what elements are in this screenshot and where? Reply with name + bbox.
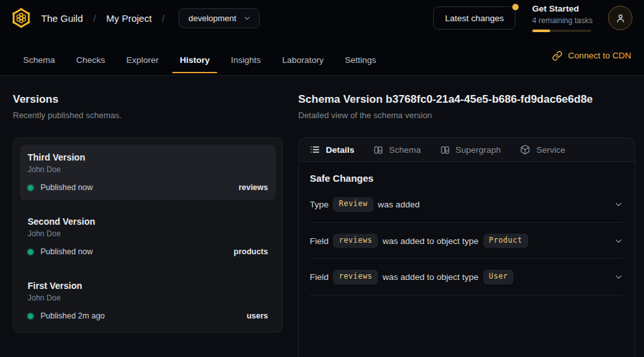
- detail-tab-schema[interactable]: Schema: [373, 145, 421, 155]
- detail-tabbar: DetailsSchemaSupergraphService: [299, 138, 634, 162]
- version-item-service: products: [234, 247, 268, 256]
- change-description: Fieldreviewswas added to object typeProd…: [310, 234, 533, 248]
- detail-tab-label: Service: [536, 145, 565, 155]
- get-started-progress-fill: [532, 30, 550, 32]
- version-item-meta: Published 2m agousers: [28, 311, 268, 320]
- version-item[interactable]: Second VersionJohn DoePublished nowprodu…: [20, 209, 276, 265]
- get-started-subtitle: 4 remaining tasks: [532, 16, 591, 25]
- get-started-widget[interactable]: Get Started 4 remaining tasks: [532, 4, 591, 32]
- code-badge: reviews: [333, 234, 378, 248]
- change-text: was added: [378, 200, 420, 209]
- change-text: Field: [310, 272, 328, 282]
- version-item-service: reviews: [238, 183, 268, 192]
- latest-changes-button[interactable]: Latest changes: [433, 6, 515, 30]
- change-row[interactable]: TypeReviewwas added: [310, 186, 623, 223]
- list-icon: [310, 144, 320, 155]
- code-badge: User: [483, 270, 514, 284]
- published-status-dot: [28, 249, 33, 255]
- detail-tab-label: Schema: [389, 145, 421, 155]
- app-header: The Guild / My Project / development Lat…: [0, 0, 644, 36]
- version-item-author: John Doe: [28, 229, 268, 238]
- code-badge: Product: [483, 234, 528, 248]
- breadcrumb-separator: /: [162, 13, 165, 24]
- connect-cdn-link[interactable]: Connect to CDN: [552, 36, 631, 75]
- cube-icon: [520, 144, 530, 155]
- columns-icon: [440, 145, 450, 155]
- safe-changes-title: Safe Changes: [310, 173, 623, 184]
- version-item-meta: Published nowreviews: [28, 183, 268, 192]
- latest-changes-wrap: Latest changes: [433, 6, 515, 30]
- code-badge: Review: [333, 197, 373, 212]
- detail-tab-label: Details: [326, 145, 354, 155]
- code-badge: reviews: [333, 270, 378, 284]
- change-text: was added to object type: [382, 236, 478, 246]
- tab-laboratory[interactable]: Laboratory: [274, 45, 332, 75]
- get-started-title: Get Started: [532, 4, 591, 15]
- change-text: was added to object type: [382, 272, 478, 282]
- main-content: Versions Recently published schemas. Thi…: [0, 76, 644, 357]
- published-status-dot: [28, 313, 33, 319]
- get-started-progress-track: [532, 30, 591, 32]
- avatar[interactable]: [608, 6, 632, 30]
- columns-icon: [373, 145, 383, 155]
- change-description: Fieldreviewswas added to object typeUser: [310, 270, 518, 284]
- published-status-dot: [28, 185, 33, 191]
- version-detail-panel: Schema Version b3768fc0-21a4-45e5-b686-f…: [298, 93, 635, 357]
- detail-content: Safe Changes TypeReviewwas addedFieldrev…: [299, 162, 634, 306]
- version-item-title: Third Version: [28, 152, 268, 162]
- detail-tab-service[interactable]: Service: [520, 144, 565, 155]
- detail-tab-details[interactable]: Details: [310, 144, 354, 155]
- version-item-published: Published now: [28, 247, 93, 256]
- version-item-service: users: [247, 311, 268, 320]
- version-item[interactable]: Third VersionJohn DoePublished nowreview…: [20, 144, 276, 200]
- detail-tab-supergraph[interactable]: Supergraph: [440, 145, 501, 155]
- chevron-down-icon[interactable]: [614, 236, 623, 246]
- version-item-meta: Published nowproducts: [28, 247, 268, 256]
- change-text: Type: [310, 200, 328, 209]
- tab-checks[interactable]: Checks: [69, 45, 113, 75]
- tab-insights[interactable]: Insights: [223, 45, 269, 75]
- version-detail-title: Schema Version b3768fc0-21a4-45e5-b686-f…: [298, 93, 635, 106]
- breadcrumb-project[interactable]: My Project: [106, 13, 152, 24]
- breadcrumb-separator: /: [93, 13, 96, 24]
- detail-tab-label: Supergraph: [456, 145, 501, 155]
- change-description: TypeReviewwas added: [310, 197, 420, 212]
- change-row[interactable]: Fieldreviewswas added to object typeUser: [310, 259, 623, 295]
- connect-cdn-label: Connect to CDN: [568, 51, 631, 60]
- version-list: Third VersionJohn DoePublished nowreview…: [13, 137, 283, 333]
- changes-list: TypeReviewwas addedFieldreviewswas added…: [310, 186, 623, 295]
- tab-schema[interactable]: Schema: [15, 45, 63, 75]
- environment-select-value: development: [188, 13, 236, 23]
- version-detail-card: DetailsSchemaSupergraphService Safe Chan…: [298, 137, 635, 357]
- version-item-author: John Doe: [28, 293, 268, 302]
- hive-logo-icon[interactable]: [10, 7, 32, 29]
- version-item-author: John Doe: [28, 165, 268, 174]
- chevron-down-icon[interactable]: [614, 272, 623, 282]
- versions-panel: Versions Recently published schemas. Thi…: [13, 93, 283, 357]
- project-nav: SchemaChecksExplorerHistoryInsightsLabor…: [0, 36, 644, 76]
- version-item-published: Published 2m ago: [28, 311, 105, 320]
- published-label: Published now: [40, 247, 93, 256]
- version-item[interactable]: First VersionJohn DoePublished 2m agouse…: [20, 273, 276, 329]
- tab-explorer[interactable]: Explorer: [119, 45, 166, 75]
- chevron-down-icon: [243, 14, 251, 22]
- version-detail-subtitle: Detailed view of the schema version: [298, 110, 635, 120]
- change-row[interactable]: Fieldreviewswas added to object typeProd…: [310, 223, 623, 259]
- published-label: Published 2m ago: [40, 311, 105, 320]
- version-item-title: Second Version: [28, 216, 268, 227]
- nav-tabs: SchemaChecksExplorerHistoryInsightsLabor…: [15, 36, 389, 75]
- versions-title: Versions: [13, 93, 283, 106]
- environment-select[interactable]: development: [179, 8, 259, 28]
- version-item-published: Published now: [28, 183, 93, 192]
- app-root: The Guild / My Project / development Lat…: [0, 0, 644, 357]
- version-item-title: First Version: [28, 281, 268, 291]
- tab-settings[interactable]: Settings: [337, 45, 384, 75]
- chevron-down-icon[interactable]: [614, 200, 623, 209]
- user-icon: [615, 13, 626, 24]
- header-right: Latest changes Get Started 4 remaining t…: [433, 4, 632, 32]
- notification-dot: [512, 4, 519, 10]
- published-label: Published now: [40, 183, 93, 192]
- versions-subtitle: Recently published schemas.: [13, 110, 283, 120]
- breadcrumb-org[interactable]: The Guild: [41, 13, 83, 24]
- tab-history[interactable]: History: [172, 45, 218, 75]
